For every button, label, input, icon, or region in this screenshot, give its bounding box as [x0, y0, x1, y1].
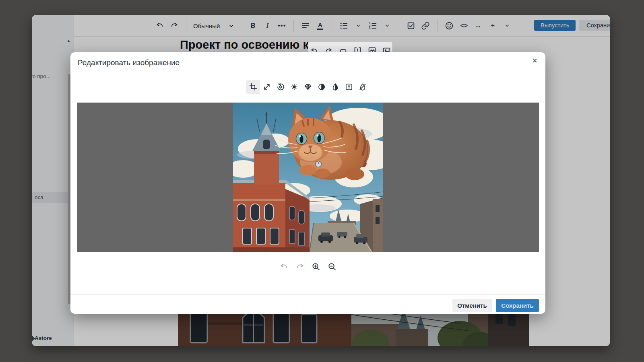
vignette-tool-button[interactable]: Y [342, 80, 356, 94]
droplet-off-icon [359, 83, 367, 91]
gem-icon [304, 83, 312, 91]
brightness-icon [290, 83, 298, 91]
close-button[interactable]: × [532, 56, 537, 65]
saturation-tool-button[interactable] [328, 80, 342, 94]
save-button[interactable]: Сохранить [496, 299, 539, 312]
rotate-icon [277, 83, 285, 91]
cancel-button[interactable]: Отменить [452, 299, 492, 312]
contrast-tool-button[interactable] [315, 80, 328, 94]
crop-tool-button[interactable] [246, 80, 260, 94]
resize-icon [263, 83, 271, 91]
canvas-redo-button[interactable] [295, 261, 305, 272]
edit-image-modal: Редактировать изображение × [70, 52, 545, 314]
rotate-tool-button[interactable] [274, 80, 287, 94]
brightness-tool-button[interactable] [287, 80, 301, 94]
vignette-icon: Y [345, 83, 353, 91]
redo-icon [295, 262, 305, 272]
contrast-icon [318, 83, 326, 91]
canvas-controls [279, 261, 337, 272]
blur-tool-button[interactable] [356, 80, 369, 94]
zoom-in-button[interactable] [311, 261, 321, 272]
screen: Обычный B I ••• A [0, 0, 644, 362]
zoom-out-icon [328, 262, 337, 272]
resize-tool-button[interactable] [260, 80, 274, 94]
droplet-icon [331, 83, 339, 91]
modal-title: Редактировать изображение [78, 58, 180, 67]
svg-text:Y: Y [348, 85, 351, 89]
zoom-in-icon [312, 262, 321, 272]
zoom-out-button[interactable] [327, 261, 337, 272]
sharpness-tool-button[interactable] [301, 80, 315, 94]
footer-divider [70, 294, 545, 295]
undo-icon [279, 262, 289, 272]
crop-icon [249, 83, 257, 91]
edited-image-preview[interactable] [233, 103, 383, 252]
canvas-undo-button[interactable] [279, 261, 289, 272]
image-tools: Y [246, 80, 369, 94]
edit-canvas[interactable] [77, 103, 539, 252]
